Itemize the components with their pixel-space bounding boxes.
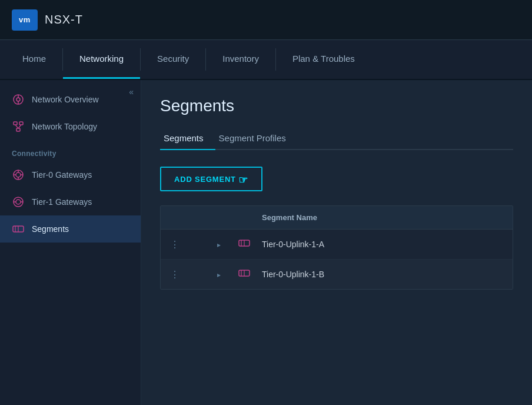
nav-bar: Home Networking Security Inventory Plan … xyxy=(0,40,532,80)
nav-item-plan-troubles[interactable]: Plan & Troubles xyxy=(276,40,371,79)
nav-item-home[interactable]: Home xyxy=(6,40,62,79)
row2-icon-cell xyxy=(229,260,252,289)
main-layout: « Network Overview xyxy=(0,80,532,405)
table-row: ⋮ ▸ Tier-0-Uplink-1-B xyxy=(161,260,513,289)
row2-topology-icon xyxy=(238,270,250,280)
header-segment-name: Segment Name xyxy=(252,206,513,229)
vm-logo: vm xyxy=(12,9,38,31)
row2-expand-cell: ▸ xyxy=(208,261,229,287)
row2-chevron-icon[interactable]: ▸ xyxy=(217,271,221,279)
app-title: NSX-T xyxy=(45,13,83,26)
svg-rect-6 xyxy=(16,128,20,131)
row1-expand-cell: ▸ xyxy=(208,231,229,257)
nav-item-security[interactable]: Security xyxy=(141,40,205,79)
row2-actions-cell: ⋮ xyxy=(161,261,208,288)
header-expand xyxy=(208,211,229,225)
row2-dots-menu-icon[interactable]: ⋮ xyxy=(170,270,180,280)
row2-segment-name: Tier-0-Uplink-1-B xyxy=(252,261,513,287)
svg-rect-4 xyxy=(14,122,17,125)
nav-item-inventory[interactable]: Inventory xyxy=(206,40,275,79)
row1-chevron-icon[interactable]: ▸ xyxy=(217,241,221,249)
sidebar-item-segments[interactable]: Segments xyxy=(0,215,141,243)
add-segment-button-label: ADD SEGMENT xyxy=(174,175,236,184)
content-tabs: Segments Segment Profiles xyxy=(160,128,513,150)
sidebar-item-label-network-topology: Network Topology xyxy=(32,122,97,131)
svg-point-10 xyxy=(16,172,21,177)
sidebar-item-network-overview[interactable]: Network Overview xyxy=(0,86,141,113)
top-bar: vm NSX-T xyxy=(0,0,532,40)
svg-line-7 xyxy=(15,125,18,128)
segments-icon xyxy=(12,223,25,235)
sidebar-item-label-segments: Segments xyxy=(32,224,69,234)
table-row: ⋮ ▸ Tier-0-Uplink-1-A xyxy=(161,230,513,260)
sidebar-item-label-tier0-gateways: Tier-0 Gateways xyxy=(32,170,92,180)
svg-rect-5 xyxy=(19,122,23,125)
tab-segment-profiles[interactable]: Segment Profiles xyxy=(215,128,298,150)
row1-dots-menu-icon[interactable]: ⋮ xyxy=(170,240,180,250)
segments-table: Segment Name ⋮ ▸ xyxy=(160,205,513,290)
row1-actions-cell: ⋮ xyxy=(161,231,208,258)
header-actions xyxy=(161,211,208,225)
sidebar-item-tier0-gateways[interactable]: Tier-0 Gateways xyxy=(0,161,141,188)
logo-area: vm NSX-T xyxy=(12,9,83,31)
sidebar-collapse-button[interactable]: « xyxy=(129,87,134,97)
sidebar-item-label-network-overview: Network Overview xyxy=(32,95,99,104)
row1-segment-name: Tier-0-Uplink-1-A xyxy=(252,231,513,257)
tab-segments[interactable]: Segments xyxy=(160,128,215,150)
sidebar-item-label-tier1-gateways: Tier-1 Gateways xyxy=(32,197,92,207)
sidebar-item-tier1-gateways[interactable]: Tier-1 Gateways xyxy=(0,188,141,215)
cursor-hand-icon: ☞ xyxy=(238,174,248,187)
svg-point-1 xyxy=(16,98,20,101)
sidebar-item-network-topology[interactable]: Network Topology xyxy=(0,113,141,140)
network-topology-icon xyxy=(12,120,25,133)
tier1-gateway-icon xyxy=(12,195,25,208)
sidebar: « Network Overview xyxy=(0,80,141,405)
add-segment-button[interactable]: ADD SEGMENT ☞ xyxy=(160,167,262,191)
tier0-gateway-icon xyxy=(12,168,25,181)
row1-topology-icon xyxy=(238,240,250,250)
table-header: Segment Name xyxy=(161,206,513,230)
svg-line-8 xyxy=(18,125,21,128)
nav-item-networking[interactable]: Networking xyxy=(63,40,140,79)
svg-point-16 xyxy=(16,200,21,204)
page-title: Segments xyxy=(160,97,513,115)
connectivity-section-label: Connectivity xyxy=(0,140,141,161)
header-icon xyxy=(229,211,252,225)
content-area: Segments Segments Segment Profiles ADD S… xyxy=(141,80,532,405)
row1-icon-cell xyxy=(229,230,252,259)
network-overview-icon xyxy=(12,93,25,106)
